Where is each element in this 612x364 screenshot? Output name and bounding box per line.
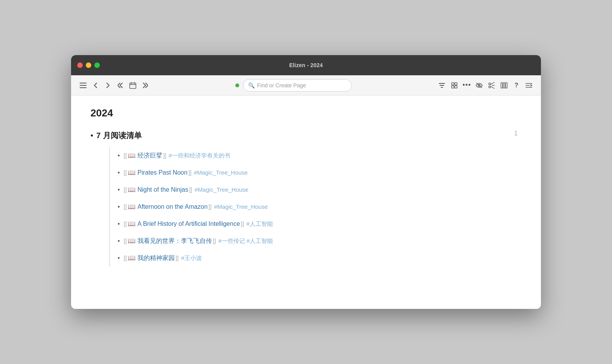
svg-rect-19 <box>503 83 505 88</box>
list-item: • [[📖A Brief History of Artificial Intel… <box>110 215 522 232</box>
list-bullet: • <box>118 202 120 211</box>
section-title: 7 月阅读清单 <box>96 130 514 141</box>
svg-rect-18 <box>501 83 502 88</box>
tag-text: #人工智能 <box>246 220 273 229</box>
tag-text: #Magic_Tree_House <box>214 203 268 211</box>
list-bullet: • <box>118 151 120 160</box>
book-link[interactable]: A Brief History of Artificial Intelligen… <box>137 219 240 229</box>
book-icon: 📖 <box>128 151 136 160</box>
scissors-icon[interactable] <box>486 80 497 91</box>
svg-rect-8 <box>455 83 457 85</box>
close-bracket: ]] <box>163 151 166 160</box>
close-bracket: ]] <box>189 185 192 194</box>
reading-list: • [[📖经济巨擘]] #一些和经济学有关的书 • [[📖Pirates Pas… <box>109 147 522 267</box>
tag-text: #一些和经济学有关的书 <box>169 151 230 160</box>
toolbar-right-group: ••• <box>436 80 535 91</box>
svg-rect-10 <box>455 86 457 88</box>
toolbar-center-group: 🔍 Find or Create Page <box>153 79 435 92</box>
window-title: Elizen - 2024 <box>289 62 323 68</box>
search-bar[interactable]: 🔍 Find or Create Page <box>243 79 352 92</box>
item-content: [[📖经济巨擘]] #一些和经济学有关的书 <box>124 151 230 160</box>
open-bracket: [[ <box>124 151 127 160</box>
close-bracket: ]] <box>241 220 244 229</box>
back-button[interactable] <box>90 80 101 91</box>
close-bracket: ]] <box>176 254 179 263</box>
grid-icon[interactable] <box>449 80 460 91</box>
tag-text: #一些传记 #人工智能 <box>218 237 273 246</box>
list-item: • [[📖我的精神家园]] #王小波 <box>110 250 522 267</box>
forward2-button[interactable] <box>139 80 151 91</box>
open-bracket: [[ <box>124 185 127 194</box>
list-bullet: • <box>118 185 120 194</box>
tag-text: #Magic_Tree_House <box>194 168 248 177</box>
svg-point-14 <box>489 86 491 88</box>
svg-rect-20 <box>506 83 507 88</box>
titlebar: Elizen - 2024 <box>71 55 541 75</box>
search-placeholder: Find or Create Page <box>257 82 306 88</box>
svg-rect-9 <box>452 86 454 88</box>
columns-icon[interactable] <box>498 80 510 91</box>
svg-rect-7 <box>452 83 454 85</box>
toolbar-left-group <box>77 80 151 91</box>
book-icon: 📖 <box>128 168 136 177</box>
item-content: [[📖我看见的世界：李飞飞自传]] #一些传记 #人工智能 <box>124 236 273 246</box>
book-link[interactable]: Night of the Ninjas <box>137 185 188 194</box>
svg-line-16 <box>491 86 495 88</box>
help-icon[interactable]: ? <box>511 80 522 91</box>
book-link[interactable]: 经济巨擘 <box>137 151 162 160</box>
collapse-icon[interactable] <box>523 80 535 91</box>
open-bracket: [[ <box>124 220 127 229</box>
svg-rect-0 <box>80 83 87 83</box>
item-content: [[📖我的精神家园]] #王小波 <box>124 253 202 263</box>
minimize-button[interactable] <box>86 62 91 68</box>
toolbar: 🔍 Find or Create Page ••• <box>71 75 541 95</box>
app-window: Elizen - 2024 <box>71 55 541 309</box>
open-bracket: [[ <box>124 168 127 177</box>
calendar-icon[interactable] <box>127 80 139 91</box>
item-content: [[📖Pirates Past Noon]] #Magic_Tree_House <box>124 168 248 177</box>
list-item: • [[📖我看见的世界：李飞飞自传]] #一些传记 #人工智能 <box>110 232 522 250</box>
section-header: • 7 月阅读清单 1 <box>90 130 522 141</box>
item-content: [[📖Afternoon on the Amazon]] #Magic_Tree… <box>124 202 268 211</box>
list-item: • [[📖Pirates Past Noon]] #Magic_Tree_Hou… <box>110 164 522 181</box>
book-link[interactable]: 我的精神家园 <box>137 253 175 263</box>
close-bracket: ]] <box>213 237 216 246</box>
tag-text: #Magic_Tree_House <box>195 185 249 194</box>
book-link[interactable]: 我看见的世界：李飞飞自传 <box>137 236 212 246</box>
tag-text: #王小波 <box>181 254 202 263</box>
open-bracket: [[ <box>124 237 127 246</box>
forward-button[interactable] <box>102 80 114 91</box>
book-icon: 📖 <box>128 202 136 211</box>
close-button[interactable] <box>77 62 83 68</box>
svg-line-15 <box>491 82 495 85</box>
page-content: 2024 • 7 月阅读清单 1 • [[📖经济巨擘]] #一些和经济学有关的书… <box>71 95 541 309</box>
book-icon: 📖 <box>128 236 136 246</box>
list-bullet: • <box>118 253 120 263</box>
back2-button[interactable] <box>115 80 126 91</box>
list-item: • [[📖Afternoon on the Amazon]] #Magic_Tr… <box>110 198 522 215</box>
list-bullet: • <box>118 168 120 177</box>
more-icon[interactable]: ••• <box>461 80 473 91</box>
close-bracket: ]] <box>188 168 191 177</box>
svg-rect-2 <box>80 87 87 88</box>
book-icon: 📖 <box>128 185 136 194</box>
book-link[interactable]: Afternoon on the Amazon <box>137 202 208 211</box>
book-link[interactable]: Pirates Past Noon <box>137 168 188 177</box>
section-count: 1 <box>514 130 522 137</box>
search-icon: 🔍 <box>248 82 255 88</box>
eye-slash-icon[interactable] <box>473 80 485 91</box>
status-indicator <box>235 83 239 87</box>
window-controls <box>77 62 100 68</box>
svg-rect-3 <box>130 83 136 88</box>
menu-icon[interactable] <box>77 80 89 91</box>
list-bullet: • <box>118 236 120 246</box>
filter-icon[interactable] <box>436 80 448 91</box>
item-content: [[📖A Brief History of Artificial Intelli… <box>124 219 273 229</box>
book-icon: 📖 <box>128 253 136 263</box>
maximize-button[interactable] <box>94 62 100 68</box>
list-item: • [[📖经济巨擘]] #一些和经济学有关的书 <box>110 147 522 164</box>
svg-rect-1 <box>80 85 87 86</box>
item-content: [[📖Night of the Ninjas]] #Magic_Tree_Hou… <box>124 185 249 194</box>
list-item: • [[📖Night of the Ninjas]] #Magic_Tree_H… <box>110 181 522 198</box>
book-icon: 📖 <box>128 219 136 229</box>
